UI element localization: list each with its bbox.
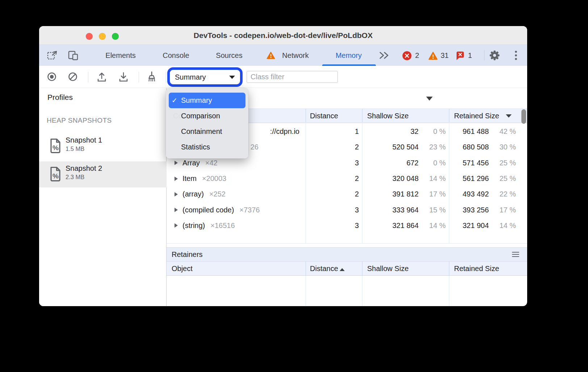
tabbar-separator: [484, 50, 484, 60]
toolbar-separator: [166, 72, 166, 83]
save-profile-icon[interactable]: [118, 71, 129, 82]
scrollbar-thumb[interactable]: [521, 109, 526, 124]
constructor-fragment: ://cdpn.io: [270, 124, 299, 139]
sidebar-item-snapshot-1[interactable]: % Snapshot 1 1.5 MB: [39, 133, 167, 159]
svg-text:%: %: [52, 172, 59, 180]
toolbar-separator: [88, 72, 88, 83]
warning-count: 31: [441, 45, 449, 66]
collect-garbage-icon[interactable]: [146, 71, 157, 82]
constructor-fragment: 26: [251, 139, 259, 155]
retained-size-cell: 493 49222 %: [449, 186, 527, 202]
grid-bottom-border: [167, 243, 527, 244]
distance-cell: 3: [306, 155, 362, 171]
shallow-size-cell: 321 86414 %: [362, 218, 449, 233]
load-profile-icon[interactable]: [96, 71, 107, 82]
shallow-size-cell: 520 50423 %: [362, 139, 449, 155]
heap-snapshots-section-label: HEAP SNAPSHOTS: [47, 117, 112, 124]
class-filter-input[interactable]: [247, 71, 338, 83]
retainers-section-bar: Retainers: [167, 247, 527, 262]
table-row[interactable]: (array)×252 2 391 81217 % 493 49222 %: [167, 186, 527, 202]
snapshot-size: 1.5 MB: [66, 145, 84, 152]
column-divider: [362, 262, 362, 275]
error-badge-icon[interactable]: [402, 51, 412, 61]
devtools-tabbar: Elements Console Sources Network Memory …: [39, 45, 527, 66]
disclosure-triangle-icon[interactable]: [175, 208, 178, 212]
window-title: DevTools - codepen.io/web-dot-dev/live/P…: [39, 26, 527, 45]
distance-cell: 3: [306, 202, 362, 218]
tab-elements[interactable]: Elements: [105, 45, 135, 66]
sort-descending-icon: [506, 114, 512, 118]
disclosure-triangle-icon[interactable]: [175, 223, 178, 228]
retained-size-cell: 680 50830 %: [449, 139, 527, 155]
toolbar-separator: [139, 72, 139, 83]
distance-cell: 2: [306, 171, 362, 186]
clear-profiles-icon[interactable]: [68, 72, 78, 82]
more-tabs-icon[interactable]: [378, 51, 389, 60]
perspective-select-value: Summary: [170, 73, 229, 81]
shallow-size-cell: 320 04814 %: [362, 171, 449, 186]
sidebar-item-snapshot-2[interactable]: % Snapshot 2 2.3 MB: [39, 161, 167, 187]
column-header-distance[interactable]: Distance: [310, 262, 345, 275]
retainers-title: Retainers: [172, 248, 203, 261]
snapshot-name: Snapshot 1: [66, 136, 102, 144]
menu-item-summary[interactable]: ✓ Summary: [169, 93, 245, 108]
memory-toolbar: Summary: [39, 66, 527, 88]
menu-item-containment[interactable]: Containment: [169, 124, 245, 139]
column-header-retained-size[interactable]: Retained Size: [454, 109, 499, 123]
error-count: 2: [415, 45, 419, 66]
shallow-size-cell: 391 81217 %: [362, 186, 449, 202]
settings-gear-icon[interactable]: [489, 50, 500, 61]
tab-network[interactable]: Network: [282, 45, 308, 66]
column-header-shallow-size[interactable]: Shallow Size: [367, 262, 409, 275]
column-divider: [306, 262, 306, 275]
distance-cell: 3: [306, 218, 362, 233]
menu-item-comparison[interactable]: Comparison: [169, 108, 245, 124]
perspective-select[interactable]: Summary: [167, 67, 243, 87]
retained-size-cell: 561 29625 %: [449, 171, 527, 186]
distance-cell: 2: [306, 139, 362, 155]
column-header-distance[interactable]: Distance: [310, 109, 338, 123]
issues-count: 1: [468, 45, 472, 66]
retained-size-cell: 321 90414 %: [449, 218, 527, 233]
tab-memory[interactable]: Memory: [336, 45, 362, 66]
perspective-menu: ✓ Summary Comparison Containment Statist…: [166, 88, 248, 158]
column-header-shallow-size[interactable]: Shallow Size: [367, 109, 409, 123]
column-divider: [306, 276, 306, 306]
column-divider: [449, 262, 449, 275]
overflow-menu-icon[interactable]: [512, 252, 519, 257]
inspect-element-icon[interactable]: [47, 50, 58, 61]
distance-cell: 1: [306, 124, 362, 139]
record-heap-snapshot-icon[interactable]: [47, 72, 57, 82]
shallow-size-cell: 333 96415 %: [362, 202, 449, 218]
dropdown-arrow-icon[interactable]: [426, 97, 433, 101]
snapshot-name: Snapshot 2: [66, 164, 102, 173]
constructor-cell: Item×20003: [167, 171, 306, 186]
more-options-icon[interactable]: [514, 50, 517, 61]
device-toolbar-icon[interactable]: [68, 50, 79, 60]
constructor-cell: (array)×252: [167, 186, 306, 202]
checkmark-icon: ✓: [169, 96, 181, 105]
column-divider: [449, 276, 449, 306]
table-row[interactable]: Item×20003 2 320 04814 % 561 29625 %: [167, 171, 527, 186]
tab-sources[interactable]: Sources: [216, 45, 242, 66]
disclosure-triangle-icon[interactable]: [175, 192, 178, 196]
retained-size-cell: 393 25617 %: [449, 202, 527, 218]
table-row[interactable]: (compiled code)×7376 3 333 96415 % 393 2…: [167, 202, 527, 218]
warning-badge-icon[interactable]: [428, 52, 438, 60]
disclosure-triangle-icon[interactable]: [175, 161, 178, 165]
issues-badge-icon[interactable]: [455, 51, 465, 60]
snapshot-size: 2.3 MB: [66, 174, 84, 181]
table-row[interactable]: (string)×16516 3 321 86414 % 321 90414 %: [167, 218, 527, 233]
column-header-retained-size[interactable]: Retained Size: [454, 262, 499, 275]
heap-snapshot-icon: %: [50, 138, 61, 155]
network-warning-icon: [266, 52, 275, 59]
titlebar: DevTools - codepen.io/web-dot-dev/live/P…: [39, 26, 527, 45]
column-header-object[interactable]: Object: [172, 262, 193, 275]
tab-console[interactable]: Console: [163, 45, 189, 66]
profiles-heading: Profiles: [47, 93, 73, 102]
svg-text:%: %: [52, 144, 59, 152]
menu-item-statistics[interactable]: Statistics: [169, 139, 245, 155]
disclosure-triangle-icon[interactable]: [175, 177, 178, 181]
retained-size-cell: 961 48842 %: [449, 124, 527, 139]
heap-snapshot-icon: %: [50, 166, 61, 183]
